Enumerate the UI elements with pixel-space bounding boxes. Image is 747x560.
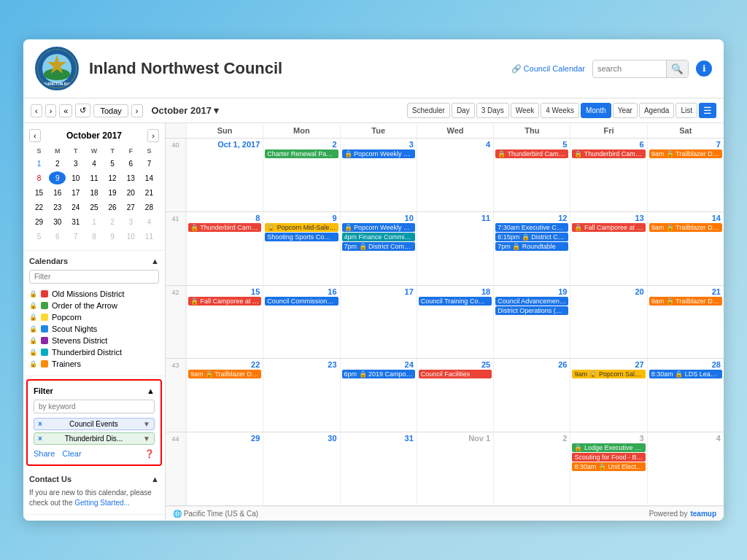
view-agenda[interactable]: Agenda xyxy=(639,103,674,118)
search-button[interactable]: 🔍 xyxy=(666,61,688,77)
mini-cal-prev[interactable]: ‹ xyxy=(29,129,41,142)
mini-cal-day[interactable]: 3 xyxy=(123,215,139,228)
cal-event[interactable]: 🔒 Lodge Executive Counc xyxy=(572,443,645,452)
double-prev-button[interactable]: « xyxy=(59,104,72,117)
cal-event[interactable]: 6:15pm 🔒 District Committ xyxy=(495,233,568,241)
mini-cal-day[interactable]: 9 xyxy=(104,230,121,243)
mini-cal-day[interactable]: 10 xyxy=(67,171,84,184)
tag-dropdown-council[interactable]: ▼ xyxy=(143,420,150,428)
tag-x-council[interactable]: × xyxy=(38,420,42,428)
mini-cal-day[interactable]: 1 xyxy=(85,215,102,228)
cal-event[interactable]: Council Commissioner Ma xyxy=(265,297,338,306)
calendar-item[interactable]: 🔒Scout Nights xyxy=(29,323,159,335)
cal-event[interactable]: 🔒 Thunderbird Camporee xyxy=(572,149,645,158)
mini-cal-day[interactable]: 8 xyxy=(31,171,47,184)
cal-event[interactable]: 7pm 🔒 District Committe xyxy=(342,242,415,251)
cal-event[interactable]: 7pm 🔒 Roundtable xyxy=(495,242,568,251)
mini-cal-day[interactable]: 16 xyxy=(49,186,66,199)
forward-button[interactable]: › xyxy=(131,104,143,117)
cal-event[interactable]: 9am 🔒 Popcorn Sale Ends xyxy=(572,370,645,378)
mini-cal-day[interactable]: 11 xyxy=(141,230,158,243)
mini-cal-day[interactable]: 2 xyxy=(49,157,66,170)
cal-day[interactable]: 19Council Advancement ComDistrict Operat… xyxy=(493,286,570,359)
cal-event[interactable]: 🔒 Fall Camporee at Camp xyxy=(188,297,261,306)
mini-cal-day[interactable]: 6 xyxy=(123,157,139,170)
mini-cal-day[interactable]: 11 xyxy=(85,171,102,184)
mini-cal-day[interactable]: 21 xyxy=(141,186,158,199)
mini-cal-day[interactable]: 23 xyxy=(49,201,66,214)
filter-collapse[interactable]: ▲ xyxy=(147,386,155,395)
mini-cal-day[interactable]: 31 xyxy=(67,215,84,228)
view-month[interactable]: Month xyxy=(581,103,611,118)
cal-day[interactable]: 11 xyxy=(417,212,493,285)
filter-keyword-input[interactable] xyxy=(34,400,155,413)
mini-cal-next[interactable]: › xyxy=(147,129,159,142)
cal-day[interactable]: 20 xyxy=(570,286,646,359)
cal-day[interactable]: 13🔒 Fall Camporee at Camp Cowles xyxy=(570,212,646,285)
today-button[interactable]: Today xyxy=(93,104,128,117)
mini-cal-day[interactable]: 26 xyxy=(104,201,121,214)
cal-day[interactable]: 4 xyxy=(647,432,724,505)
tag-dropdown-thunderbird[interactable]: ▼ xyxy=(143,435,150,443)
cal-event[interactable]: 9am 🔒 Trailblazer Days - xyxy=(649,223,722,232)
calendar-item[interactable]: 🔒Popcorn xyxy=(29,311,159,323)
cal-event[interactable]: 9am 🔒 Trailblazer Days - xyxy=(649,297,722,306)
cal-event[interactable]: 7:30am Executive Commit xyxy=(495,223,568,232)
mini-cal-day[interactable]: 19 xyxy=(104,186,121,199)
info-button[interactable]: ℹ xyxy=(696,61,712,77)
cal-day[interactable]: 23 xyxy=(263,359,339,432)
calendar-item[interactable]: 🔒Old Missions District xyxy=(29,288,159,300)
cal-event[interactable]: 🔒 Popcorn Weekly Pick xyxy=(342,223,415,232)
mini-cal-day[interactable]: 18 xyxy=(85,186,102,199)
view-4weeks[interactable]: 4 Weeks xyxy=(541,103,579,118)
view-list[interactable]: List xyxy=(676,103,697,118)
cal-day[interactable]: 6🔒 Thunderbird Camporee xyxy=(570,139,646,211)
cal-day[interactable]: Oct 1, 2017 xyxy=(186,139,263,211)
cal-event[interactable]: District Operations (District xyxy=(495,306,568,315)
cal-day[interactable]: 2 xyxy=(493,432,570,505)
cal-day[interactable]: 8🔒 Thunderbird Camporee xyxy=(186,212,263,285)
mini-cal-day[interactable]: 5 xyxy=(104,157,121,170)
mini-cal-day[interactable]: 5 xyxy=(31,230,47,243)
cal-event[interactable]: 8:30am 🔒 LDS Leader Sp xyxy=(649,370,722,378)
cal-event[interactable]: 4pm Finance Committee M xyxy=(342,233,415,241)
mini-cal-day[interactable]: 4 xyxy=(85,157,102,170)
view-day[interactable]: Day xyxy=(452,103,475,118)
cal-event[interactable]: 6pm 🔒 2019 Camporee M xyxy=(342,370,415,378)
mini-cal-day[interactable]: 13 xyxy=(123,171,139,184)
calendars-collapse[interactable]: ▲ xyxy=(151,257,159,265)
cal-event[interactable]: 🔒 Fall Camporee at Camp Cowles xyxy=(572,223,645,232)
mini-cal-day[interactable]: 28 xyxy=(141,201,158,214)
getting-started-link[interactable]: Getting Started... xyxy=(74,499,130,507)
calendar-item[interactable]: 🔒Trainers xyxy=(29,358,159,370)
mini-cal-day[interactable]: 10 xyxy=(123,230,139,243)
cal-event[interactable]: 🔒 Thunderbird Camporee xyxy=(188,223,261,232)
cal-event[interactable]: Council Facilities xyxy=(419,370,492,378)
cal-day[interactable]: 3🔒 Popcorn Weekly Pick xyxy=(340,139,417,211)
cal-day[interactable]: 18Council Training Committe xyxy=(417,286,493,359)
calendar-item[interactable]: 🔒Thunderbird District xyxy=(29,346,159,358)
cal-day[interactable]: 79am 🔒 Trailblazer Days - xyxy=(647,139,724,211)
hamburger-button[interactable]: ☰ xyxy=(699,103,716,118)
cal-day[interactable]: 30 xyxy=(263,432,339,505)
cal-day[interactable]: 17 xyxy=(340,286,417,359)
cal-event[interactable]: 8:30am 🔒 Unit Election Tr xyxy=(572,462,645,471)
mini-cal-day[interactable]: 30 xyxy=(49,215,66,228)
mini-cal-day[interactable]: 3 xyxy=(67,157,84,170)
cal-day[interactable]: 246pm 🔒 2019 Camporee M xyxy=(340,359,417,432)
mini-cal-day[interactable]: 25 xyxy=(85,201,102,214)
mini-cal-day[interactable]: 22 xyxy=(31,201,47,214)
contact-collapse[interactable]: ▲ xyxy=(151,475,159,483)
cal-day[interactable]: 16Council Commissioner Ma xyxy=(263,286,339,359)
cal-event[interactable]: Council Training Committe xyxy=(419,297,492,306)
view-scheduler[interactable]: Scheduler xyxy=(407,103,450,118)
search-input[interactable] xyxy=(593,61,666,76)
cal-day[interactable]: 31 xyxy=(340,432,417,505)
view-year[interactable]: Year xyxy=(613,103,638,118)
cal-day[interactable]: 5🔒 Thunderbird Camporee xyxy=(493,139,570,211)
mini-cal-day[interactable]: 20 xyxy=(123,186,139,199)
tag-x-thunderbird[interactable]: × xyxy=(38,435,42,443)
cal-day[interactable]: 9🔒 Popcorn Mid-Sale ReturShooting Sports… xyxy=(263,212,339,285)
prev-month-button[interactable]: ‹ xyxy=(31,104,42,117)
cal-event[interactable]: 🔒 Popcorn Weekly Pick xyxy=(342,149,415,158)
